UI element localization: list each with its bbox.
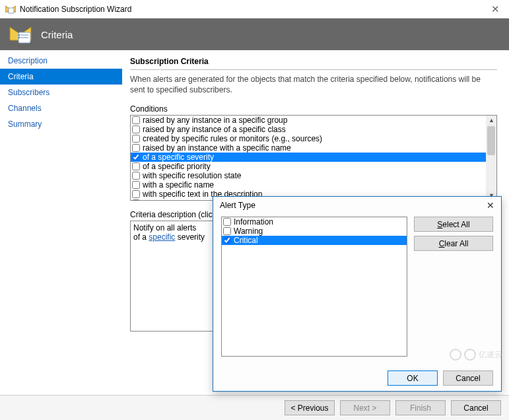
watermark-text: 亿速云 xyxy=(479,349,502,361)
condition-checkbox[interactable] xyxy=(132,116,140,124)
condition-item[interactable]: raised by an instance with a specific na… xyxy=(131,143,486,153)
watermark-logo-icon xyxy=(450,349,461,361)
condition-checkbox[interactable] xyxy=(132,162,140,170)
condition-item[interactable]: of a specific priority xyxy=(131,162,486,171)
title-bar: Notification Subscription Wizard ✕ xyxy=(0,0,509,18)
condition-checkbox[interactable] xyxy=(132,172,140,180)
conditions-listbox[interactable]: raised by any instance in a specific gro… xyxy=(130,115,497,201)
dialog-title-bar: Alert Type ✕ xyxy=(213,197,501,214)
next-button: Next > xyxy=(340,400,390,415)
scrollbar[interactable]: ▲ ▼ xyxy=(486,116,496,200)
condition-checkbox[interactable] xyxy=(132,181,140,189)
nav-item-summary[interactable]: Summary xyxy=(0,116,122,132)
condition-checkbox[interactable] xyxy=(132,153,140,161)
clear-all-button[interactable]: Clear All xyxy=(414,236,493,251)
alert-type-item[interactable]: Warning xyxy=(222,227,407,236)
envelope-icon xyxy=(9,24,32,44)
alert-type-checkbox[interactable] xyxy=(223,218,231,226)
condition-label: created by specific rules or monitors (e… xyxy=(143,134,322,143)
wizard-header: Criteria xyxy=(0,18,509,50)
condition-label: raised by any instance of a specific cla… xyxy=(143,125,286,134)
condition-checkbox[interactable] xyxy=(132,144,140,152)
header-title: Criteria xyxy=(41,29,73,40)
condition-label: with specific resolution state xyxy=(143,171,241,180)
dialog-title: Alert Type xyxy=(220,201,255,210)
condition-label: raised by any instance in a specific gro… xyxy=(143,116,287,125)
dialog-cancel-button[interactable]: Cancel xyxy=(443,370,493,386)
condition-checkbox[interactable] xyxy=(132,199,140,200)
ok-button[interactable]: OK xyxy=(388,370,438,386)
section-description: When alerts are generated for the object… xyxy=(130,74,497,95)
nav-item-subscribers[interactable]: Subscribers xyxy=(0,85,122,100)
alert-type-item[interactable]: Information xyxy=(222,217,407,227)
select-all-button[interactable]: Select All xyxy=(414,217,493,232)
wizard-footer: < Previous Next > Finish Cancel xyxy=(0,395,509,420)
alert-type-list[interactable]: InformationWarningCritical xyxy=(221,217,407,357)
condition-label: of a specific priority xyxy=(143,162,211,171)
alert-type-item[interactable]: Critical xyxy=(222,236,407,245)
nav-item-description[interactable]: Description xyxy=(0,53,122,69)
condition-item[interactable]: of a specific severity xyxy=(131,153,486,162)
wizard-nav: DescriptionCriteriaSubscribersChannelsSu… xyxy=(0,50,122,332)
close-icon[interactable]: ✕ xyxy=(487,200,494,211)
condition-item[interactable]: created by specific rules or monitors (e… xyxy=(131,134,486,143)
alert-type-checkbox[interactable] xyxy=(223,236,231,244)
window-title: Notification Subscription Wizard xyxy=(20,5,131,14)
nav-item-criteria[interactable]: Criteria xyxy=(0,69,122,85)
condition-item[interactable]: raised by any instance of a specific cla… xyxy=(131,125,486,134)
specific-link[interactable]: specific xyxy=(149,232,175,242)
alert-type-label: Warning xyxy=(234,227,263,236)
scroll-up-icon[interactable]: ▲ xyxy=(489,117,494,123)
alert-type-checkbox[interactable] xyxy=(223,227,231,235)
svg-point-3 xyxy=(18,34,20,36)
condition-item[interactable]: with specific resolution state xyxy=(131,171,486,180)
condition-label: with a specific name xyxy=(143,180,214,190)
close-icon[interactable]: ✕ xyxy=(487,2,504,17)
alert-type-label: Critical xyxy=(234,236,258,245)
conditions-label: Conditions xyxy=(130,104,497,114)
scroll-thumb[interactable] xyxy=(487,126,495,155)
alert-type-dialog: Alert Type ✕ InformationWarningCritical … xyxy=(213,196,502,392)
condition-checkbox[interactable] xyxy=(132,125,140,133)
condition-label: of a specific severity xyxy=(143,153,214,162)
watermark: 亿速云 xyxy=(450,349,502,361)
alert-type-label: Information xyxy=(234,217,273,227)
watermark-logo-icon xyxy=(464,349,476,361)
condition-item[interactable]: with a specific name xyxy=(131,180,486,190)
cancel-button[interactable]: Cancel xyxy=(451,400,501,415)
finish-button: Finish xyxy=(395,400,446,415)
svg-point-4 xyxy=(18,37,20,38)
condition-checkbox[interactable] xyxy=(132,190,140,198)
condition-label: raised by an instance with a specific na… xyxy=(143,143,291,153)
section-title: Subscription Criteria xyxy=(130,57,497,70)
condition-checkbox[interactable] xyxy=(132,135,140,143)
app-icon xyxy=(5,4,16,15)
previous-button[interactable]: < Previous xyxy=(285,400,335,415)
condition-item[interactable]: raised by any instance in a specific gro… xyxy=(131,116,486,125)
nav-item-channels[interactable]: Channels xyxy=(0,100,122,116)
